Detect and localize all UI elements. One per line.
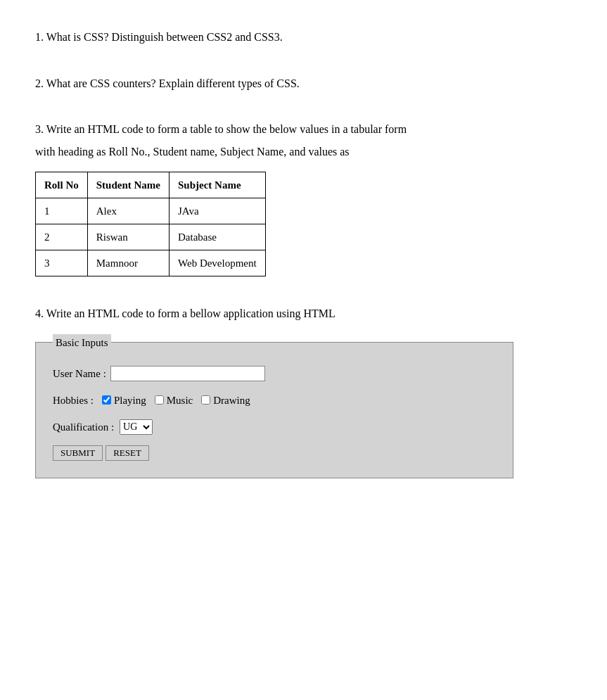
form-section: Basic Inputs User Name : Hobbies : Playi… — [35, 334, 572, 478]
col-rollno: Roll No — [36, 172, 88, 198]
table-cell: 3 — [36, 250, 88, 276]
q2-text: What are CSS counters? Explain different… — [46, 77, 300, 89]
hobbies-row: Hobbies : Playing Music Drawing — [53, 392, 496, 409]
table-row: 1AlexJAva — [36, 198, 266, 224]
q4-number: 4. — [35, 307, 44, 319]
hobby-drawing-checkbox[interactable] — [201, 395, 210, 405]
qualification-select[interactable]: UG PG PhD — [120, 419, 153, 435]
table-row: 3MamnoorWeb Development — [36, 250, 266, 276]
q4-text: Write an HTML code to form a bellow appl… — [46, 307, 336, 319]
question-3: 3. Write an HTML code to form a table to… — [35, 120, 572, 276]
data-table: Roll No Student Name Subject Name 1AlexJ… — [35, 172, 266, 276]
table-row: 2RiswanDatabase — [36, 224, 266, 250]
table-section: Roll No Student Name Subject Name 1AlexJ… — [35, 172, 572, 276]
username-row: User Name : — [53, 365, 496, 382]
col-subjectname: Subject Name — [170, 172, 266, 198]
col-studentname: Student Name — [87, 172, 169, 198]
hobbies-label: Hobbies : — [53, 392, 94, 409]
submit-button[interactable]: SUBMIT — [53, 445, 103, 461]
table-cell: Mamnoor — [87, 250, 169, 276]
table-cell: Alex — [87, 198, 169, 224]
question-4: 4. Write an HTML code to form a bellow a… — [35, 305, 572, 478]
q2-number: 2. — [35, 77, 44, 89]
q3-number: 3. — [35, 123, 44, 135]
table-cell: 1 — [36, 198, 88, 224]
q1-text: What is CSS? Distinguish between CSS2 an… — [46, 31, 283, 43]
hobby-drawing-label: Drawing — [213, 392, 250, 409]
hobby-drawing: Drawing — [201, 392, 250, 409]
fieldset-legend: Basic Inputs — [53, 334, 111, 351]
table-cell: Database — [170, 224, 266, 250]
q1-number: 1. — [35, 31, 44, 43]
hobby-music: Music — [155, 392, 193, 409]
button-row: SUBMIT RESET — [53, 445, 496, 461]
hobby-music-label: Music — [167, 392, 193, 409]
basic-inputs-fieldset: Basic Inputs User Name : Hobbies : Playi… — [35, 334, 513, 478]
table-cell: 2 — [36, 224, 88, 250]
table-header-row: Roll No Student Name Subject Name — [36, 172, 266, 198]
q3-text-cont: with heading as Roll No., Student name, … — [35, 146, 350, 158]
question-2: 2. What are CSS counters? Explain differ… — [35, 75, 572, 93]
table-cell: Web Development — [170, 250, 266, 276]
table-cell: Riswan — [87, 224, 169, 250]
hobby-playing: Playing — [102, 392, 146, 409]
table-cell: JAva — [170, 198, 266, 224]
q3-text: Write an HTML code to form a table to sh… — [46, 123, 407, 135]
qualification-label: Qualification : — [53, 419, 114, 435]
reset-button[interactable]: RESET — [106, 445, 149, 461]
question-1: 1. What is CSS? Distinguish between CSS2… — [35, 28, 572, 46]
hobby-playing-label: Playing — [114, 392, 146, 409]
qualification-row: Qualification : UG PG PhD — [53, 419, 496, 435]
hobby-music-checkbox[interactable] — [155, 395, 164, 405]
hobby-playing-checkbox[interactable] — [102, 395, 111, 405]
username-input[interactable] — [110, 366, 265, 381]
username-label: User Name : — [53, 365, 106, 382]
